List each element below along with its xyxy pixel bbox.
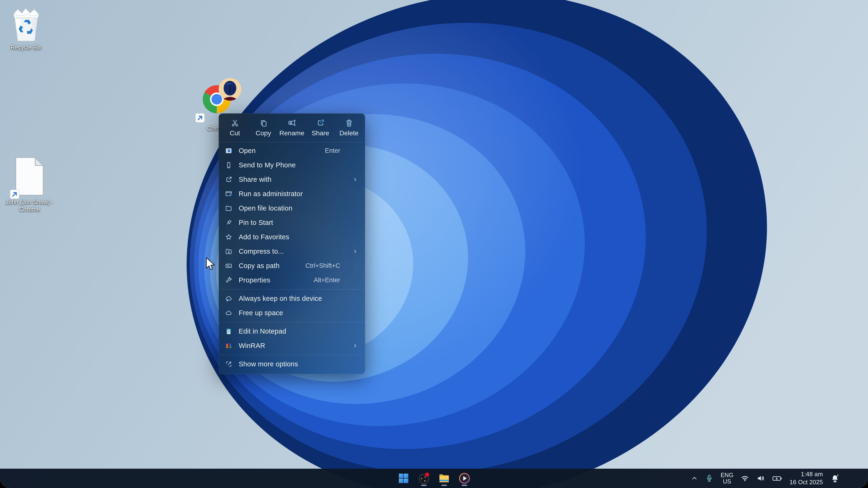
folder-yellow-icon: [438, 473, 450, 484]
star-icon: [225, 233, 232, 241]
wrench-icon: [225, 276, 232, 284]
tray-date: 16 Oct 2025: [789, 478, 823, 486]
running-indicator: [441, 485, 447, 486]
path-icon: [225, 262, 232, 269]
john-chrome-label: John (Jon Snow) - Chrome: [0, 198, 59, 213]
menu-item-share-with[interactable]: Share with: [219, 172, 365, 187]
tray-microphone-icon[interactable]: [705, 474, 713, 482]
cut-button[interactable]: Cut: [220, 117, 249, 138]
menu-item-label: Show more options: [239, 360, 298, 368]
menu-item-compress-to[interactable]: Compress to...: [219, 244, 365, 259]
menu-item-send-to-my-phone[interactable]: Send to My Phone: [219, 158, 365, 172]
windows-start-icon: [398, 473, 409, 484]
submenu-chevron-icon: [352, 249, 358, 254]
menu-item-label: Open file location: [239, 204, 292, 212]
menu-item-label: Open: [239, 147, 256, 155]
windows-desktop: Recycle Bin: [0, 0, 868, 488]
tray-chevron-up-icon[interactable]: [691, 475, 698, 482]
menu-item-always-keep-on-this-device[interactable]: Always keep on this device: [219, 291, 365, 306]
obs-icon: [418, 473, 430, 484]
menu-item-label: WinRAR: [239, 342, 265, 350]
copy-icon: [259, 119, 268, 127]
running-indicator: [462, 485, 467, 486]
menu-item-run-as-administrator[interactable]: Run as administrator: [219, 187, 365, 201]
tray-wifi-icon[interactable]: [741, 474, 749, 483]
tray-battery-charging-icon[interactable]: [772, 474, 782, 482]
winrar-icon: [225, 342, 232, 349]
menu-item-label: Share with: [239, 176, 272, 184]
taskbar-tray: ENG US: [691, 469, 868, 488]
submenu-chevron-icon: [352, 177, 358, 182]
menu-item-label: Edit in Notepad: [239, 327, 286, 335]
menu-item-properties[interactable]: Properties Alt+Enter: [219, 273, 365, 287]
menu-item-winrar[interactable]: WinRAR: [219, 338, 365, 353]
menu-separator: [219, 289, 365, 290]
obs-studio-button[interactable]: [416, 470, 431, 487]
share-label: Share: [312, 129, 329, 137]
window-shield-icon: [225, 190, 232, 198]
tray-language-switcher[interactable]: ENG US: [720, 472, 733, 485]
menu-item-label: Always keep on this device: [239, 295, 322, 302]
taskbar: ENG US: [0, 469, 868, 488]
share-icon: [316, 119, 325, 127]
app-window-icon: [225, 147, 232, 154]
menu-item-add-to-favorites[interactable]: Add to Favorites: [219, 230, 365, 244]
desktop-icon-recycle-bin[interactable]: Recycle Bin: [4, 5, 49, 51]
menu-item-label: Compress to...: [239, 248, 284, 255]
profile-avatar-badge: [218, 78, 242, 101]
scissors-icon: [231, 119, 239, 127]
menu-item-pin-to-start[interactable]: Pin to Start: [219, 216, 365, 230]
menu-item-edit-in-notepad[interactable]: Edit in Notepad: [219, 324, 365, 338]
tray-speaker-icon[interactable]: [756, 474, 765, 483]
tray-bell-dnd-icon[interactable]: z: [830, 474, 840, 483]
recording-red-dot: [425, 473, 429, 477]
shortcut-arrow-badge: [195, 113, 205, 123]
rename-button[interactable]: Rename: [278, 117, 306, 138]
share-button[interactable]: Share: [306, 117, 335, 138]
menu-item-shortcut: Enter: [325, 147, 340, 154]
file-explorer-button[interactable]: [437, 470, 452, 487]
menu-item-label: Add to Favorites: [239, 233, 289, 241]
context-menu: Cut Copy Rename: [219, 113, 365, 374]
running-indicator: [421, 485, 427, 486]
recycle-bin-icon: [11, 5, 41, 42]
copy-button[interactable]: Copy: [249, 117, 278, 138]
cloud-icon: [225, 309, 232, 317]
submenu-chevron-icon: [352, 343, 358, 348]
menu-item-open[interactable]: Open Enter: [219, 143, 365, 158]
folder-icon: [225, 205, 232, 212]
menu-item-open-file-location[interactable]: Open file location: [219, 201, 365, 216]
copy-label: Copy: [256, 129, 271, 137]
menu-item-free-up-space[interactable]: Free up space: [219, 306, 365, 320]
quick-actions-row: Cut Copy Rename: [219, 113, 365, 141]
menu-item-shortcut: Alt+Enter: [314, 276, 340, 284]
zip-folder-icon: [225, 248, 232, 255]
phone-icon: [225, 161, 232, 169]
tray-time: 1:48 am: [801, 470, 823, 478]
delete-label: Delete: [339, 129, 359, 137]
share-icon: [225, 176, 232, 183]
cloud-download-icon: [225, 295, 232, 302]
rename-label: Rename: [280, 129, 305, 137]
taskbar-center-icons: [396, 469, 472, 488]
menu-item-label: Properties: [239, 276, 270, 284]
cut-label: Cut: [230, 129, 240, 137]
play-circle-icon: [459, 473, 470, 484]
menu-item-label: Run as administrator: [239, 190, 303, 198]
menu-item-show-more-options[interactable]: Show more options: [219, 357, 365, 371]
start-button[interactable]: [396, 470, 411, 487]
menu-separator: [219, 142, 365, 142]
desktop-icon-john-chrome[interactable]: John (Jon Snow) - Chrome: [4, 157, 55, 213]
trash-icon: [345, 119, 353, 127]
delete-button[interactable]: Delete: [335, 117, 363, 138]
menu-item-label: Free up space: [239, 309, 283, 317]
menu-item-shortcut: Ctrl+Shift+C: [305, 262, 340, 269]
media-player-button[interactable]: [457, 470, 472, 487]
rename-icon: [288, 119, 296, 127]
svg-text:z: z: [837, 474, 838, 477]
tray-clock[interactable]: 1:48 am 16 Oct 2025: [789, 470, 823, 486]
menu-item-copy-as-path[interactable]: Copy as path Ctrl+Shift+C: [219, 259, 365, 273]
menu-item-label: Send to My Phone: [239, 161, 296, 169]
expand-icon: [225, 360, 232, 368]
mouse-cursor: [206, 257, 218, 271]
